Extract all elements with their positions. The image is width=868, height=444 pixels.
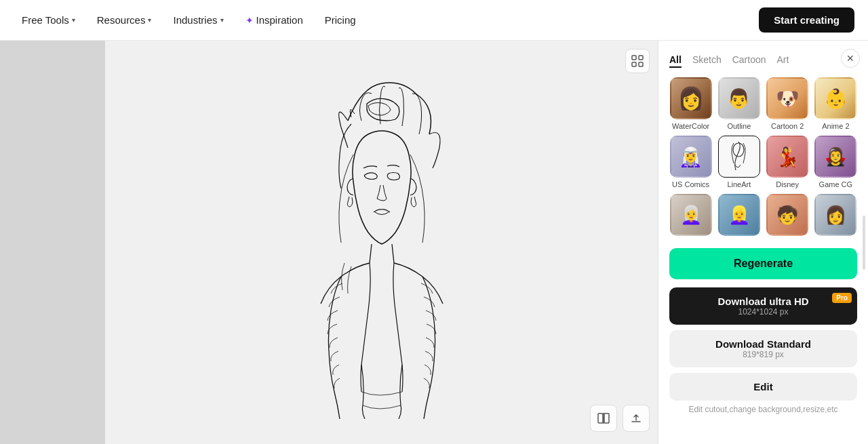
lineart-thumb-icon: [719, 136, 758, 176]
style-label-anime2: Anime 2: [822, 122, 849, 130]
style-label-watercolor: WaterColor: [672, 122, 709, 130]
navbar: Free Tools ▾ Resources ▾ Industries ▾ ✦ …: [0, 0, 868, 41]
nav-resources-label: Resources: [97, 14, 146, 26]
chevron-down-icon: ▾: [220, 16, 224, 24]
nav-pricing-label: Pricing: [325, 14, 356, 26]
style-label-disney: Disney: [776, 180, 799, 188]
scroll-indicator[interactable]: [863, 216, 865, 270]
nav-inspiration-label: Inspiration: [256, 14, 303, 26]
style-label-outline: Outline: [727, 122, 751, 130]
nav-free-tools[interactable]: Free Tools ▾: [14, 9, 83, 31]
nav-pricing[interactable]: Pricing: [317, 9, 364, 31]
style-item-lineart[interactable]: LineArt: [717, 136, 760, 188]
svg-rect-0: [632, 56, 636, 60]
nav-resources[interactable]: Resources ▾: [89, 9, 160, 31]
upload-button[interactable]: [623, 405, 650, 432]
download-standard-subtitle: 819*819 px: [677, 350, 849, 359]
download-standard-button[interactable]: Download Standard 819*819 px: [669, 330, 857, 367]
chevron-down-icon: ▾: [72, 16, 75, 24]
download-ultra-title: Download ultra HD: [677, 296, 849, 307]
style-item-cartoon2[interactable]: 🐶 Cartoon 2: [766, 77, 809, 130]
start-creating-button[interactable]: Start creating: [759, 7, 854, 33]
style-label-lineart: LineArt: [727, 180, 751, 188]
nav-free-tools-label: Free Tools: [22, 14, 69, 26]
close-button[interactable]: ✕: [841, 49, 860, 68]
style-item-watercolor[interactable]: 👩 WaterColor: [669, 77, 712, 130]
style-item-disney[interactable]: 💃 Disney: [766, 136, 809, 188]
style-item-outline[interactable]: 👨 Outline: [717, 77, 760, 130]
canvas-area: [105, 41, 658, 444]
filter-tabs: All Sketch Cartoon Art: [669, 54, 857, 68]
style-item-row3-3[interactable]: 🧒: [766, 194, 809, 239]
style-grid: 👩 WaterColor 👨 Outline 🐶 Cartoon 2: [669, 77, 857, 239]
style-label-cartoon2: Cartoon 2: [771, 122, 804, 130]
download-ultra-subtitle: 1024*1024 px: [677, 307, 849, 317]
style-item-row3-4[interactable]: 👩: [814, 194, 857, 239]
compare-icon: [597, 411, 610, 425]
regenerate-button[interactable]: Regenerate: [669, 248, 857, 279]
star-icon: ✦: [245, 15, 254, 26]
tab-art[interactable]: Art: [777, 54, 789, 68]
nav-industries-label: Industries: [173, 14, 217, 26]
svg-point-7: [733, 143, 744, 157]
style-label-uscomics: US Comics: [672, 180, 709, 188]
download-standard-title: Download Standard: [677, 338, 849, 350]
style-label-gamecg: Game CG: [819, 180, 853, 188]
right-panel: ✕ All Sketch Cartoon Art 👩 WaterColor 👨: [658, 41, 868, 444]
svg-rect-4: [598, 413, 603, 423]
fullscreen-icon: [631, 55, 644, 67]
fullscreen-button[interactable]: [625, 49, 650, 73]
style-item-uscomics[interactable]: 🧝‍♀️ US Comics: [669, 136, 712, 188]
tab-all[interactable]: All: [669, 54, 682, 68]
image-wrapper: [151, 46, 612, 439]
compare-button[interactable]: [590, 405, 617, 432]
chevron-down-icon: ▾: [148, 16, 151, 24]
style-item-gamecg[interactable]: 🧛‍♀️ Game CG: [814, 136, 857, 188]
edit-hint: Edit cutout,change background,resize,etc: [669, 405, 857, 414]
pro-badge: Pro: [832, 293, 852, 303]
svg-rect-1: [639, 56, 643, 60]
download-ultra-button[interactable]: Download ultra HD 1024*1024 px Pro: [669, 287, 857, 325]
nav-inspiration[interactable]: ✦ Inspiration: [237, 9, 311, 31]
svg-rect-5: [604, 413, 609, 423]
svg-rect-2: [632, 62, 636, 66]
svg-rect-3: [639, 62, 643, 66]
tab-sketch[interactable]: Sketch: [692, 54, 722, 68]
style-item-row3-2[interactable]: 👱‍♀️: [717, 194, 760, 239]
tab-cartoon[interactable]: Cartoon: [732, 54, 766, 68]
main-area: ✕ All Sketch Cartoon Art 👩 WaterColor 👨: [0, 41, 868, 444]
style-item-row3-1[interactable]: 👩‍🦳: [669, 194, 712, 239]
upload-icon: [629, 411, 643, 425]
bottom-tools: [590, 405, 650, 432]
edit-button[interactable]: Edit: [669, 373, 857, 401]
nav-industries[interactable]: Industries ▾: [165, 9, 231, 31]
style-item-anime2[interactable]: 👶 Anime 2: [814, 77, 857, 130]
artwork-image: [267, 66, 497, 419]
left-thumbnail-strip: [0, 41, 105, 444]
